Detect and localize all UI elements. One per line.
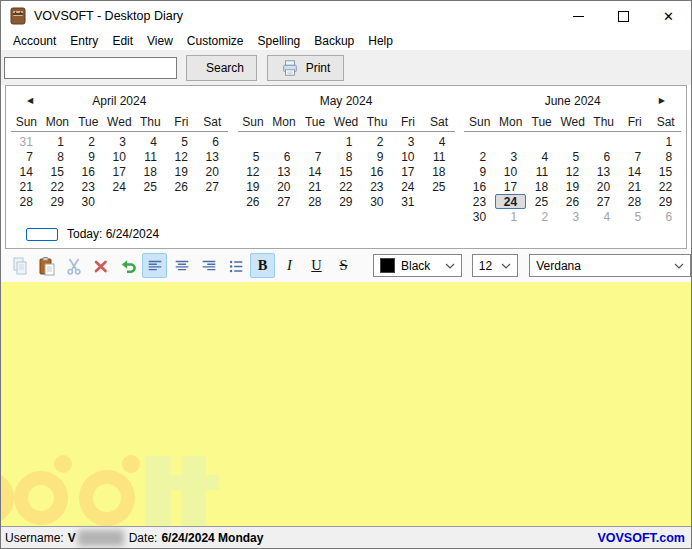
- prev-month-icon[interactable]: ◀: [27, 97, 33, 105]
- calendar-day[interactable]: 8: [42, 149, 73, 164]
- paste-button[interactable]: [34, 253, 59, 278]
- calendar-day[interactable]: 2: [73, 134, 104, 149]
- calendar-day[interactable]: 14: [619, 164, 650, 179]
- search-input[interactable]: [4, 57, 177, 79]
- underline-button[interactable]: U: [304, 253, 329, 278]
- calendar-day[interactable]: 2: [464, 149, 495, 164]
- next-month-icon[interactable]: ▶: [659, 97, 665, 105]
- align-right-button[interactable]: [196, 253, 221, 278]
- calendar-day[interactable]: 15: [42, 164, 73, 179]
- calendar-day[interactable]: 27: [588, 194, 619, 209]
- calendar-day[interactable]: 6: [197, 134, 228, 149]
- align-center-button[interactable]: [169, 253, 194, 278]
- calendar-day[interactable]: 8: [331, 149, 362, 164]
- close-button[interactable]: ✕: [646, 1, 691, 31]
- calendar-day[interactable]: 29: [650, 194, 681, 209]
- calendar-day[interactable]: 10: [393, 149, 424, 164]
- calendar-day[interactable]: 19: [557, 179, 588, 194]
- calendar-day[interactable]: 24: [104, 179, 135, 194]
- calendar-day[interactable]: 30: [362, 194, 393, 209]
- font-name-select[interactable]: Verdana: [529, 254, 691, 277]
- calendar-day[interactable]: 23: [73, 179, 104, 194]
- calendar-day[interactable]: 12: [557, 164, 588, 179]
- cut-button[interactable]: [61, 253, 86, 278]
- italic-button[interactable]: I: [277, 253, 302, 278]
- calendar-day[interactable]: 18: [424, 164, 455, 179]
- calendar-day[interactable]: 18: [526, 179, 557, 194]
- minimize-button[interactable]: [556, 1, 601, 31]
- calendar-day[interactable]: 6: [269, 149, 300, 164]
- calendar-day[interactable]: 6: [650, 209, 681, 224]
- calendar-day[interactable]: 29: [331, 194, 362, 209]
- calendar-day[interactable]: 22: [331, 179, 362, 194]
- strikethrough-button[interactable]: S: [331, 253, 356, 278]
- calendar-day[interactable]: 31: [393, 194, 424, 209]
- calendar-day[interactable]: 16: [73, 164, 104, 179]
- calendar-day[interactable]: 26: [557, 194, 588, 209]
- diary-text-input[interactable]: [5, 286, 687, 522]
- calendar-day[interactable]: 7: [300, 149, 331, 164]
- search-button[interactable]: Search: [186, 55, 257, 81]
- calendar-day[interactable]: 5: [238, 149, 269, 164]
- calendar-day[interactable]: 11: [135, 149, 166, 164]
- calendar-day[interactable]: 8: [650, 149, 681, 164]
- print-button[interactable]: Print: [267, 55, 344, 81]
- calendar-day[interactable]: 16: [464, 179, 495, 194]
- copy-button[interactable]: [7, 253, 32, 278]
- calendar-day[interactable]: 3: [393, 134, 424, 149]
- calendar-day[interactable]: 1: [650, 134, 681, 149]
- menu-help[interactable]: Help: [361, 32, 400, 50]
- calendar-day[interactable]: 29: [42, 194, 73, 209]
- menu-edit[interactable]: Edit: [105, 32, 140, 50]
- calendar-day[interactable]: 24: [495, 194, 526, 209]
- calendar-day[interactable]: 9: [362, 149, 393, 164]
- calendar-day[interactable]: 28: [300, 194, 331, 209]
- calendar-day[interactable]: 1: [331, 134, 362, 149]
- calendar-day[interactable]: 15: [650, 164, 681, 179]
- calendar-day[interactable]: 28: [11, 194, 42, 209]
- calendar-day[interactable]: 6: [588, 149, 619, 164]
- calendar-day[interactable]: 11: [526, 164, 557, 179]
- calendar-day[interactable]: 4: [135, 134, 166, 149]
- calendar-day[interactable]: 14: [300, 164, 331, 179]
- calendar-day[interactable]: 4: [424, 134, 455, 149]
- calendar-day[interactable]: 1: [42, 134, 73, 149]
- calendar-day[interactable]: 31: [11, 134, 42, 149]
- calendar-day[interactable]: 18: [135, 164, 166, 179]
- calendar-day[interactable]: 21: [619, 179, 650, 194]
- calendar-day[interactable]: 5: [166, 134, 197, 149]
- calendar-day[interactable]: 26: [166, 179, 197, 194]
- calendar-day[interactable]: 27: [197, 179, 228, 194]
- calendar-day[interactable]: 19: [238, 179, 269, 194]
- calendar-day[interactable]: 25: [135, 179, 166, 194]
- calendar-day[interactable]: 20: [197, 164, 228, 179]
- vovsoft-link[interactable]: VOVSOFT.com: [597, 531, 687, 545]
- calendar-day[interactable]: 7: [11, 149, 42, 164]
- calendar-day[interactable]: 21: [11, 179, 42, 194]
- calendar-day[interactable]: 23: [362, 179, 393, 194]
- align-left-button[interactable]: [142, 253, 167, 278]
- calendar-day[interactable]: 26: [238, 194, 269, 209]
- bullet-list-button[interactable]: [223, 253, 248, 278]
- calendar-day[interactable]: 24: [393, 179, 424, 194]
- calendar-day[interactable]: 25: [424, 179, 455, 194]
- undo-button[interactable]: [115, 253, 140, 278]
- calendar-day[interactable]: 3: [495, 149, 526, 164]
- calendar-day[interactable]: 4: [588, 209, 619, 224]
- calendar-day[interactable]: 10: [104, 149, 135, 164]
- calendar-day[interactable]: 7: [619, 149, 650, 164]
- calendar-day[interactable]: 20: [588, 179, 619, 194]
- calendar-day[interactable]: 9: [73, 149, 104, 164]
- calendar-day[interactable]: 5: [557, 149, 588, 164]
- calendar-day[interactable]: 17: [495, 179, 526, 194]
- menu-entry[interactable]: Entry: [63, 32, 105, 50]
- calendar-day[interactable]: 4: [526, 149, 557, 164]
- calendar-day[interactable]: 27: [269, 194, 300, 209]
- calendar-day[interactable]: 30: [464, 209, 495, 224]
- calendar-day[interactable]: 22: [650, 179, 681, 194]
- calendar-day[interactable]: 12: [238, 164, 269, 179]
- menu-spelling[interactable]: Spelling: [251, 32, 308, 50]
- calendar-day[interactable]: 1: [495, 209, 526, 224]
- calendar-day[interactable]: 2: [526, 209, 557, 224]
- calendar-day[interactable]: 10: [495, 164, 526, 179]
